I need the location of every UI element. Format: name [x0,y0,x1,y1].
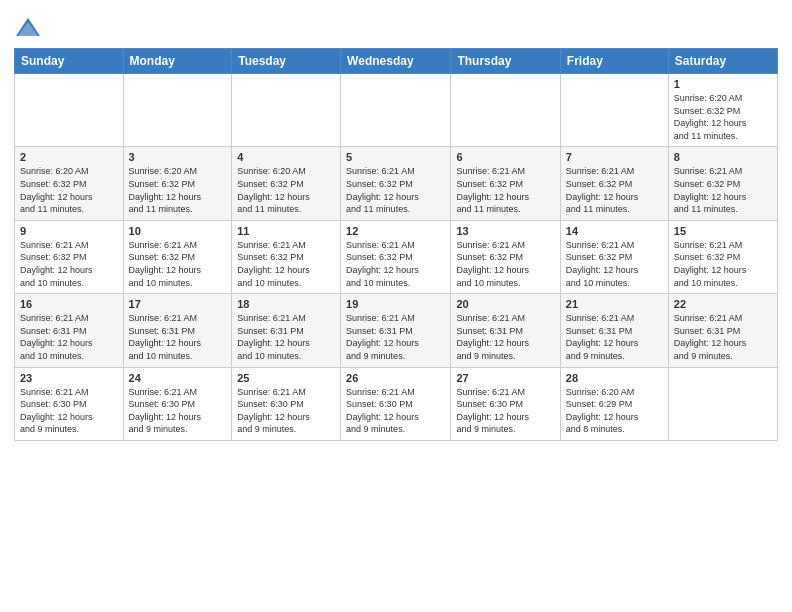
day-info: Sunrise: 6:20 AM Sunset: 6:32 PM Dayligh… [237,165,335,215]
calendar-cell [15,74,124,147]
logo [14,14,44,42]
day-number: 16 [20,298,118,310]
calendar-week-row: 1Sunrise: 6:20 AM Sunset: 6:32 PM Daylig… [15,74,778,147]
day-info: Sunrise: 6:21 AM Sunset: 6:30 PM Dayligh… [456,386,554,436]
header [14,10,778,42]
calendar-table: SundayMondayTuesdayWednesdayThursdayFrid… [14,48,778,441]
calendar-cell: 16Sunrise: 6:21 AM Sunset: 6:31 PM Dayli… [15,294,124,367]
day-info: Sunrise: 6:21 AM Sunset: 6:30 PM Dayligh… [129,386,227,436]
day-info: Sunrise: 6:21 AM Sunset: 6:32 PM Dayligh… [456,165,554,215]
calendar-cell: 11Sunrise: 6:21 AM Sunset: 6:32 PM Dayli… [232,220,341,293]
calendar-cell: 6Sunrise: 6:21 AM Sunset: 6:32 PM Daylig… [451,147,560,220]
day-number: 26 [346,372,445,384]
day-info: Sunrise: 6:21 AM Sunset: 6:32 PM Dayligh… [237,239,335,289]
calendar-cell: 5Sunrise: 6:21 AM Sunset: 6:32 PM Daylig… [341,147,451,220]
calendar-cell [232,74,341,147]
calendar-week-row: 2Sunrise: 6:20 AM Sunset: 6:32 PM Daylig… [15,147,778,220]
day-info: Sunrise: 6:21 AM Sunset: 6:31 PM Dayligh… [674,312,772,362]
day-number: 20 [456,298,554,310]
calendar-cell: 18Sunrise: 6:21 AM Sunset: 6:31 PM Dayli… [232,294,341,367]
calendar-week-row: 23Sunrise: 6:21 AM Sunset: 6:30 PM Dayli… [15,367,778,440]
calendar-cell: 20Sunrise: 6:21 AM Sunset: 6:31 PM Dayli… [451,294,560,367]
day-number: 21 [566,298,663,310]
calendar-cell: 26Sunrise: 6:21 AM Sunset: 6:30 PM Dayli… [341,367,451,440]
day-info: Sunrise: 6:21 AM Sunset: 6:32 PM Dayligh… [456,239,554,289]
day-number: 1 [674,78,772,90]
weekday-header-monday: Monday [123,49,232,74]
day-number: 28 [566,372,663,384]
calendar-cell: 27Sunrise: 6:21 AM Sunset: 6:30 PM Dayli… [451,367,560,440]
day-number: 18 [237,298,335,310]
day-number: 5 [346,151,445,163]
day-number: 22 [674,298,772,310]
calendar-cell: 1Sunrise: 6:20 AM Sunset: 6:32 PM Daylig… [668,74,777,147]
day-number: 2 [20,151,118,163]
day-number: 23 [20,372,118,384]
weekday-header-wednesday: Wednesday [341,49,451,74]
calendar-cell: 19Sunrise: 6:21 AM Sunset: 6:31 PM Dayli… [341,294,451,367]
day-info: Sunrise: 6:21 AM Sunset: 6:32 PM Dayligh… [346,165,445,215]
day-number: 27 [456,372,554,384]
weekday-header-friday: Friday [560,49,668,74]
day-info: Sunrise: 6:20 AM Sunset: 6:32 PM Dayligh… [129,165,227,215]
weekday-header-row: SundayMondayTuesdayWednesdayThursdayFrid… [15,49,778,74]
day-info: Sunrise: 6:21 AM Sunset: 6:32 PM Dayligh… [674,239,772,289]
calendar-cell: 14Sunrise: 6:21 AM Sunset: 6:32 PM Dayli… [560,220,668,293]
day-info: Sunrise: 6:20 AM Sunset: 6:32 PM Dayligh… [674,92,772,142]
day-number: 8 [674,151,772,163]
calendar-cell: 28Sunrise: 6:20 AM Sunset: 6:29 PM Dayli… [560,367,668,440]
day-info: Sunrise: 6:21 AM Sunset: 6:32 PM Dayligh… [346,239,445,289]
calendar-cell: 13Sunrise: 6:21 AM Sunset: 6:32 PM Dayli… [451,220,560,293]
calendar-week-row: 16Sunrise: 6:21 AM Sunset: 6:31 PM Dayli… [15,294,778,367]
day-info: Sunrise: 6:21 AM Sunset: 6:32 PM Dayligh… [566,165,663,215]
day-info: Sunrise: 6:21 AM Sunset: 6:31 PM Dayligh… [346,312,445,362]
day-info: Sunrise: 6:21 AM Sunset: 6:31 PM Dayligh… [20,312,118,362]
day-number: 3 [129,151,227,163]
calendar-cell: 2Sunrise: 6:20 AM Sunset: 6:32 PM Daylig… [15,147,124,220]
day-number: 6 [456,151,554,163]
day-info: Sunrise: 6:20 AM Sunset: 6:32 PM Dayligh… [20,165,118,215]
day-info: Sunrise: 6:21 AM Sunset: 6:30 PM Dayligh… [346,386,445,436]
calendar-cell [123,74,232,147]
calendar-cell: 12Sunrise: 6:21 AM Sunset: 6:32 PM Dayli… [341,220,451,293]
day-info: Sunrise: 6:21 AM Sunset: 6:32 PM Dayligh… [566,239,663,289]
weekday-header-saturday: Saturday [668,49,777,74]
day-info: Sunrise: 6:21 AM Sunset: 6:31 PM Dayligh… [456,312,554,362]
calendar-cell [341,74,451,147]
calendar-cell: 23Sunrise: 6:21 AM Sunset: 6:30 PM Dayli… [15,367,124,440]
weekday-header-thursday: Thursday [451,49,560,74]
day-number: 11 [237,225,335,237]
day-info: Sunrise: 6:21 AM Sunset: 6:31 PM Dayligh… [129,312,227,362]
weekday-header-tuesday: Tuesday [232,49,341,74]
calendar-cell: 15Sunrise: 6:21 AM Sunset: 6:32 PM Dayli… [668,220,777,293]
calendar-cell: 3Sunrise: 6:20 AM Sunset: 6:32 PM Daylig… [123,147,232,220]
day-number: 19 [346,298,445,310]
calendar-cell [668,367,777,440]
calendar-cell: 8Sunrise: 6:21 AM Sunset: 6:32 PM Daylig… [668,147,777,220]
day-info: Sunrise: 6:21 AM Sunset: 6:32 PM Dayligh… [20,239,118,289]
calendar-cell: 10Sunrise: 6:21 AM Sunset: 6:32 PM Dayli… [123,220,232,293]
calendar-cell: 22Sunrise: 6:21 AM Sunset: 6:31 PM Dayli… [668,294,777,367]
calendar-cell: 4Sunrise: 6:20 AM Sunset: 6:32 PM Daylig… [232,147,341,220]
day-number: 24 [129,372,227,384]
weekday-header-sunday: Sunday [15,49,124,74]
day-number: 4 [237,151,335,163]
day-number: 7 [566,151,663,163]
calendar-cell: 7Sunrise: 6:21 AM Sunset: 6:32 PM Daylig… [560,147,668,220]
calendar-cell: 24Sunrise: 6:21 AM Sunset: 6:30 PM Dayli… [123,367,232,440]
day-info: Sunrise: 6:21 AM Sunset: 6:30 PM Dayligh… [237,386,335,436]
day-number: 14 [566,225,663,237]
day-info: Sunrise: 6:20 AM Sunset: 6:29 PM Dayligh… [566,386,663,436]
day-info: Sunrise: 6:21 AM Sunset: 6:31 PM Dayligh… [566,312,663,362]
calendar-cell [560,74,668,147]
calendar-week-row: 9Sunrise: 6:21 AM Sunset: 6:32 PM Daylig… [15,220,778,293]
day-number: 15 [674,225,772,237]
day-number: 9 [20,225,118,237]
day-number: 10 [129,225,227,237]
day-info: Sunrise: 6:21 AM Sunset: 6:30 PM Dayligh… [20,386,118,436]
calendar-cell [451,74,560,147]
logo-icon [14,14,42,42]
day-info: Sunrise: 6:21 AM Sunset: 6:32 PM Dayligh… [129,239,227,289]
day-number: 17 [129,298,227,310]
calendar-cell: 25Sunrise: 6:21 AM Sunset: 6:30 PM Dayli… [232,367,341,440]
